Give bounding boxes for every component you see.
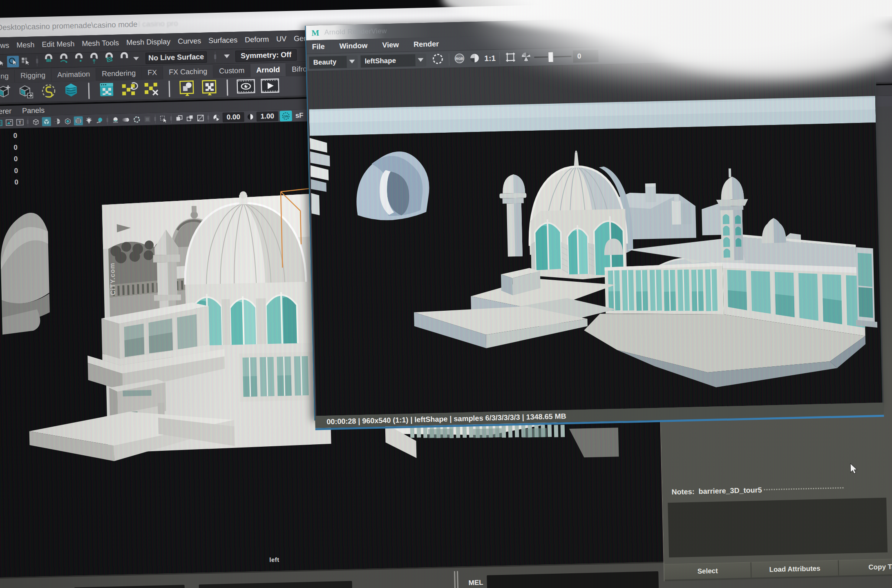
symmetry-field[interactable]: Symmetry: Off: [235, 49, 297, 62]
aov-dropdown[interactable]: Beauty: [309, 55, 358, 69]
arnold-menu-file[interactable]: File: [312, 42, 325, 51]
vp-exposure-field[interactable]: 0.00: [222, 112, 244, 122]
select-component-icon[interactable]: [20, 55, 32, 67]
arnold-snapshot-icon[interactable]: [431, 51, 445, 67]
mel-command-input[interactable]: [487, 571, 659, 588]
shelf-tab-custom[interactable]: Custom: [213, 64, 251, 78]
menu-windows[interactable]: dows: [0, 41, 13, 50]
vp-gamma-aperture-icon[interactable]: [212, 113, 221, 122]
menu-mesh-tools[interactable]: Mesh Tools: [78, 38, 123, 48]
shelf-tab-fx-caching[interactable]: FX Caching: [163, 65, 214, 79]
shelf-tab-fx[interactable]: FX: [142, 66, 163, 80]
arnold-export-standin-icon[interactable]: [17, 82, 36, 102]
vp-film-gate-icon[interactable]: [5, 118, 14, 127]
menu-curves[interactable]: Curves: [174, 37, 205, 46]
vp-separator-4: [171, 114, 172, 123]
symmetry-label: Symmetry: Off: [241, 51, 291, 60]
vp-grid-icon[interactable]: [0, 118, 3, 127]
snap-to-point-icon[interactable]: [73, 53, 85, 67]
vp-text-hud-icon[interactable]: T: [16, 118, 25, 127]
shelf-tab-rigging[interactable]: Rigging: [15, 69, 52, 83]
vp-wireframe-on-shaded-icon[interactable]: [74, 116, 83, 125]
vp-depth-of-field-icon[interactable]: [143, 114, 152, 124]
vp-ao-icon[interactable]: [111, 115, 120, 125]
arnold-menu-render[interactable]: Render: [414, 40, 439, 49]
menu-mesh-display[interactable]: Mesh Display: [123, 37, 174, 47]
shelf-tab-rendering[interactable]: Rendering: [96, 67, 142, 81]
notes-value: barriere_3D_tour5: [698, 486, 762, 496]
menu-deform[interactable]: Deform: [241, 35, 273, 45]
menu-edit-mesh[interactable]: Edit Mesh: [38, 40, 78, 49]
time-slider-strip[interactable]: [74, 585, 185, 588]
vp-shadows-icon[interactable]: [95, 116, 104, 125]
select-object-icon[interactable]: [7, 56, 19, 67]
arnold-volume-icon[interactable]: [61, 81, 80, 101]
arnold-flat-preview-icon[interactable]: [235, 77, 256, 97]
vp-srgb-label-cut[interactable]: sF: [295, 111, 304, 120]
arnold-alpha-channel-icon[interactable]: [469, 52, 481, 65]
mel-label[interactable]: MEL: [468, 579, 483, 587]
shelf-tab-arnold[interactable]: Arnold: [250, 63, 286, 77]
select-button[interactable]: Select: [664, 562, 752, 580]
menu-mesh[interactable]: Mesh: [13, 40, 38, 49]
arnold-play-preview-icon[interactable]: [259, 76, 280, 96]
arnold-standin-geometry-icon[interactable]: [177, 78, 197, 98]
vp-wireframe-cube-icon[interactable]: [31, 117, 41, 127]
panel-menu-renderer[interactable]: erer: [0, 107, 11, 116]
notes-text-area[interactable]: [668, 498, 888, 558]
arnold-menu-window[interactable]: Window: [339, 41, 367, 51]
shelf-tab-rigging-cut[interactable]: ng: [0, 70, 15, 83]
attribute-editor-dotted-divider: [764, 487, 843, 490]
image-plane-watermark-text: CiTY.com: [109, 263, 116, 295]
vp-xray-icon[interactable]: [174, 114, 184, 123]
shelf-tab-animation[interactable]: Animation: [51, 68, 96, 82]
menu-uv[interactable]: UV: [273, 35, 290, 44]
vp-textured-sphere-icon[interactable]: [53, 117, 62, 126]
copy-tab-button[interactable]: Copy Ta: [838, 558, 892, 576]
vp-exposure-icon[interactable]: [196, 113, 205, 122]
load-attributes-button[interactable]: Load Attributes: [751, 560, 839, 578]
aov-dropdown-arrow-icon[interactable]: [347, 55, 358, 68]
make-live-icon[interactable]: [103, 52, 116, 66]
snap-to-curve-icon[interactable]: [58, 53, 70, 67]
vp-xray-joints-icon[interactable]: [185, 114, 194, 123]
vp-gamma-field[interactable]: 1.00: [256, 111, 278, 121]
menu-surfaces[interactable]: Surfaces: [205, 36, 241, 45]
camera-dropdown[interactable]: leftShape: [360, 53, 426, 67]
snap-to-grid-icon[interactable]: [42, 53, 55, 68]
arnold-renderview-open-icon[interactable]: [97, 80, 116, 100]
select-hierarchy-icon[interactable]: [0, 56, 7, 68]
arnold-exposure-value-field[interactable]: 0: [573, 50, 599, 62]
vp-material-cube-icon[interactable]: [63, 116, 73, 126]
vp-multisample-icon[interactable]: [132, 115, 141, 124]
symmetry-dropdown-icon[interactable]: [224, 54, 230, 58]
live-surface-field[interactable]: No Live Surface: [145, 51, 207, 64]
snap-to-projected-center-icon[interactable]: [88, 52, 101, 67]
vp-contrast-icon[interactable]: [246, 112, 255, 121]
arnold-render-view[interactable]: [308, 58, 882, 416]
snap-magnet-icon[interactable]: [118, 52, 131, 66]
vp-shaded-cube-icon[interactable]: [42, 117, 51, 126]
vp-motion-blur-icon[interactable]: [121, 115, 131, 125]
arnold-exposure-slider[interactable]: [534, 51, 572, 62]
arnold-exposure-slider-handle[interactable]: [548, 51, 554, 62]
range-slider-strip[interactable]: [199, 581, 353, 588]
arnold-zoom-ratio-label[interactable]: 1:1: [484, 53, 496, 63]
arnold-standin-s-icon[interactable]: [39, 82, 58, 102]
arnold-menu-view[interactable]: View: [382, 41, 399, 50]
vp-color-management-on-icon[interactable]: ON: [279, 110, 292, 121]
panel-menu-panels[interactable]: Panels: [22, 106, 45, 115]
camera-dropdown-arrow-icon[interactable]: [415, 53, 426, 66]
arnold-render-sequence-icon[interactable]: [119, 80, 139, 100]
arnold-create-polymesh-icon[interactable]: [0, 83, 13, 103]
arnold-light-blocker-icon[interactable]: [200, 78, 219, 98]
arnold-crop-region-icon[interactable]: [504, 50, 517, 65]
vp-isolate-select-icon[interactable]: [159, 114, 168, 123]
arnold-rgb-channel-icon[interactable]: RGB: [453, 52, 466, 66]
background-dome-fragments: [0, 212, 50, 335]
arnold-exposure-aperture-icon[interactable]: [521, 51, 532, 64]
arnold-cancel-render-icon[interactable]: [142, 79, 161, 99]
vp-lighting-icon[interactable]: [84, 116, 94, 125]
snap-options-dropdown-icon[interactable]: [133, 57, 139, 60]
toolbar-separator-2: [215, 51, 216, 62]
